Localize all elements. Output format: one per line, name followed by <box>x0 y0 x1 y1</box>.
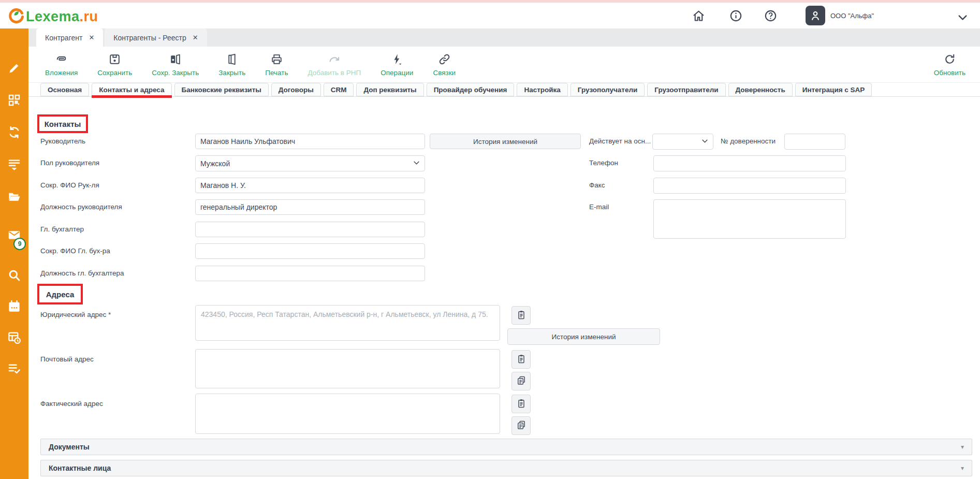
email-textarea[interactable] <box>653 199 846 239</box>
phone-label: Телефон <box>589 155 618 171</box>
clipboard-icon <box>516 310 526 322</box>
documents-accordion[interactable]: Документы ▾ <box>40 439 972 455</box>
user-avatar[interactable] <box>806 6 825 25</box>
close-icon[interactable]: ✕ <box>193 34 198 41</box>
logo-text-green: Lexema <box>26 9 80 24</box>
ca-short-name-input[interactable] <box>195 243 425 259</box>
basis-select[interactable] <box>652 134 713 150</box>
chevron-down-icon <box>413 159 420 168</box>
legal-address-label: Юридический адрес * <box>40 310 111 320</box>
tab-osnovnaya[interactable]: Основная <box>40 83 89 96</box>
folder-open-icon[interactable] <box>7 190 21 204</box>
tab-bankovskie-rekvizity[interactable]: Банковские реквизиты <box>174 83 269 96</box>
doc-tab-kontragent[interactable]: Контрагент ✕ <box>36 28 103 47</box>
tab-provayder-obucheniya[interactable]: Провайдер обучения <box>427 83 515 96</box>
list-download-icon[interactable] <box>7 157 21 171</box>
door-close-icon <box>226 53 239 67</box>
ca-short-name-label: Сокр. ФИО Гл. бух-ра <box>40 243 110 259</box>
chief-accountant-label: Гл. бухгалтер <box>40 222 84 237</box>
basis-label: Действует на осн... <box>589 134 651 149</box>
refresh-button[interactable]: Обновить <box>934 53 966 77</box>
close-form-button[interactable]: Закрыть <box>218 53 245 77</box>
postal-address-label: Почтовый адрес <box>40 354 94 365</box>
org-name[interactable]: ООО "Альфа" <box>830 3 874 28</box>
fax-input[interactable] <box>653 178 846 194</box>
tab-gruzopoluchateli[interactable]: Грузополучатели <box>571 83 645 96</box>
attachments-button[interactable]: Вложения <box>45 53 78 77</box>
caret-down-icon: ▾ <box>961 465 964 472</box>
document-tabs: Контрагент ✕ Контрагенты - Реестр ✕ <box>28 28 980 47</box>
tab-doverennost[interactable]: Доверенность <box>728 83 793 96</box>
leader-name-input[interactable] <box>195 134 425 149</box>
add-to-rnp-button: Добавить в РНП <box>308 53 361 77</box>
paste-legal-address-button[interactable] <box>511 306 531 325</box>
help-icon[interactable] <box>764 9 778 23</box>
phone-input[interactable] <box>653 155 846 171</box>
tab-nastroyka[interactable]: Настройка <box>517 83 567 96</box>
paste-postal-address-button[interactable] <box>511 350 531 369</box>
actual-address-textarea[interactable] <box>195 394 500 434</box>
poa-number-input[interactable] <box>784 134 845 150</box>
copy-postal-address-button[interactable] <box>511 372 531 390</box>
close-icon[interactable]: ✕ <box>89 34 94 41</box>
save-close-button[interactable]: Сохр. Закрыть <box>152 53 199 77</box>
doc-tab-label: Контрагент <box>45 34 82 42</box>
contacts-section-title: Контакты <box>37 114 88 133</box>
search-icon[interactable] <box>7 268 21 282</box>
links-button[interactable]: Связки <box>433 53 456 77</box>
sidebar: 9 <box>0 28 28 479</box>
leader-position-input[interactable] <box>195 199 425 215</box>
save-close-icon <box>169 53 182 67</box>
report-clock-icon[interactable] <box>7 330 21 344</box>
chief-accountant-input[interactable] <box>195 222 425 237</box>
refresh-icon <box>943 53 956 67</box>
addresses-history-button[interactable]: История изменений <box>507 328 660 345</box>
leader-short-name-input[interactable] <box>195 178 425 193</box>
paste-actual-address-button[interactable] <box>511 395 531 413</box>
leader-label: Руководитель <box>40 134 85 149</box>
ca-position-label: Должность гл. бухгалтера <box>40 266 124 281</box>
leader-short-name-label: Сокр. ФИО Рук-ля <box>40 178 99 193</box>
contact-persons-accordion[interactable]: Контактные лица ▾ <box>40 460 972 476</box>
lexema-logo[interactable]: Lexema.ru <box>7 7 98 26</box>
print-button[interactable]: Печать <box>265 53 288 77</box>
home-icon[interactable] <box>692 9 706 23</box>
tab-dop-rekvizity[interactable]: Доп реквизиты <box>356 83 423 96</box>
calendar-icon[interactable] <box>7 299 21 313</box>
mail-badge: 9 <box>13 238 26 250</box>
save-button[interactable]: Сохранить <box>97 53 132 77</box>
tab-dogovory[interactable]: Договоры <box>271 83 321 96</box>
info-icon[interactable] <box>729 9 743 23</box>
postal-address-textarea[interactable] <box>195 349 500 388</box>
app-root: Lexema.ru ООО "Альфа" <box>0 0 980 479</box>
redo-arrow-icon <box>328 53 341 67</box>
tab-integratsiya-s-sap[interactable]: Интеграция с SAP <box>795 83 872 96</box>
fax-label: Факс <box>589 178 605 193</box>
qr-code-icon[interactable] <box>7 93 21 107</box>
chevron-down-icon <box>701 137 709 147</box>
copy-actual-address-button[interactable] <box>511 416 531 435</box>
tab-kontakty-i-adresa[interactable]: Контакты и адреса <box>92 83 171 96</box>
doc-tab-kontragenty-reestr[interactable]: Контрагенты - Реестр ✕ <box>105 28 207 47</box>
checklist-icon[interactable] <box>7 361 21 375</box>
doc-tab-label: Контрагенты - Реестр <box>113 34 186 42</box>
logo-text-orange: .ru <box>80 9 98 24</box>
pencil-icon[interactable] <box>7 61 21 75</box>
email-label: E-mail <box>589 199 609 215</box>
leader-gender-label: Пол руководителя <box>40 155 99 171</box>
legal-address-textarea[interactable] <box>195 305 500 341</box>
poa-number-label: № доверенности <box>721 134 776 149</box>
ca-position-input[interactable] <box>195 266 425 281</box>
printer-icon <box>270 53 283 67</box>
chevron-down-icon[interactable] <box>956 10 970 24</box>
lightning-icon <box>390 53 403 67</box>
link-icon <box>438 53 451 67</box>
contacts-history-button[interactable]: История изменений <box>430 134 581 149</box>
tab-gruzootpraviteli[interactable]: Грузоотправители <box>647 83 725 96</box>
save-icon <box>108 53 121 67</box>
operations-button[interactable]: Операции <box>381 53 413 77</box>
logo-icon <box>7 7 25 26</box>
leader-gender-select[interactable]: Мужской <box>195 155 425 171</box>
sync-icon[interactable] <box>7 125 21 139</box>
tab-crm[interactable]: CRM <box>324 83 354 96</box>
